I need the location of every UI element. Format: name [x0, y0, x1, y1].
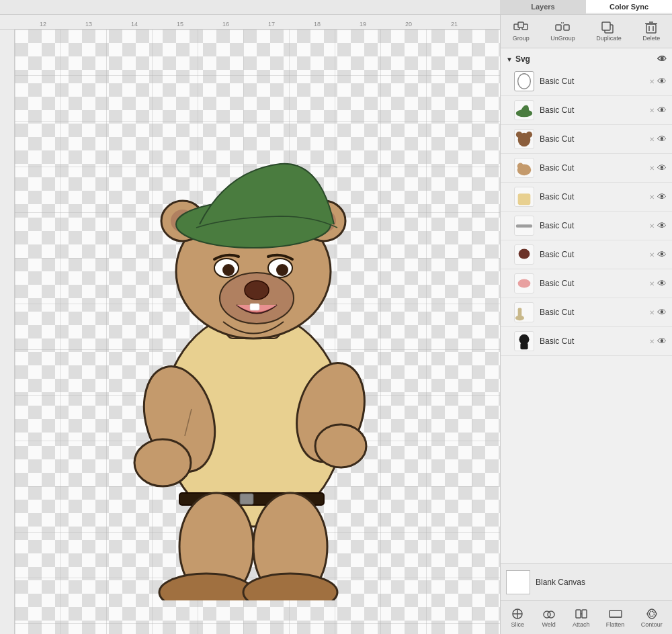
delete-button[interactable]: Delete	[638, 19, 664, 44]
svg-rect-28	[518, 22, 523, 28]
ruler-horizontal: 12 13 14 15 16 17 18 19 20 21	[0, 15, 500, 30]
svg-point-51	[519, 334, 530, 345]
group-button[interactable]: Group	[509, 19, 534, 44]
svg-eye-icon[interactable]: 👁	[657, 54, 667, 64]
layer-close-icon[interactable]: ✕	[649, 338, 655, 345]
layer-close-icon[interactable]: ✕	[649, 165, 655, 172]
blank-canvas-thumbnail	[506, 570, 530, 594]
layer-close-icon[interactable]: ✕	[649, 309, 655, 316]
bear-svg	[92, 90, 415, 600]
svg-point-5	[315, 424, 366, 467]
svg-point-41	[516, 132, 522, 138]
svg-rect-32	[602, 22, 610, 30]
layer-item[interactable]: Basic Cut ✕ 👁	[501, 96, 672, 125]
svg-point-38	[518, 74, 531, 89]
svg-point-42	[526, 132, 532, 138]
layer-thumbnail	[514, 302, 534, 322]
svg-rect-46	[516, 224, 532, 228]
svg-rect-2	[240, 494, 253, 504]
layer-eye-icon[interactable]: 👁	[657, 76, 667, 87]
contour-icon	[644, 608, 659, 620]
layer-eye-icon[interactable]: 👁	[657, 191, 667, 202]
layer-item[interactable]: Basic Cut ✕ 👁	[501, 298, 672, 327]
layer-thumbnail	[514, 216, 534, 236]
svg-point-47	[519, 249, 530, 259]
layer-close-icon[interactable]: ✕	[649, 78, 655, 85]
svg-rect-52	[520, 343, 528, 349]
layer-thumbnail	[514, 273, 534, 293]
layer-eye-icon[interactable]: 👁	[657, 220, 667, 231]
svg-group-header[interactable]: ▼ Svg 👁	[501, 51, 672, 67]
svg-rect-61	[610, 610, 622, 617]
layer-close-icon[interactable]: ✕	[649, 136, 655, 143]
layer-thumbnail	[514, 100, 534, 120]
layer-item[interactable]: Basic Cut ✕ 👁	[501, 269, 672, 298]
attach-button[interactable]: Attach	[569, 605, 594, 631]
top-bar: Layers Color Sync	[0, 0, 672, 15]
panel-toolbar: Group UnGroup	[501, 15, 672, 48]
layer-eye-icon[interactable]: 👁	[657, 336, 667, 347]
bottom-toolbar: Slice Weld	[501, 600, 672, 634]
layer-close-icon[interactable]: ✕	[649, 222, 655, 230]
layer-eye-icon[interactable]: 👁	[657, 163, 667, 173]
canvas-area[interactable]: 12 13 14 15 16 17 18 19 20 21	[0, 15, 500, 634]
layers-list[interactable]: ▼ Svg 👁 Basic Cut ✕ 👁	[501, 48, 672, 563]
layer-item[interactable]: Basic Cut ✕ 👁	[501, 125, 672, 154]
duplicate-icon	[601, 21, 616, 34]
layer-close-icon[interactable]: ✕	[649, 193, 655, 201]
svg-point-48	[518, 279, 531, 287]
layer-thumbnail	[514, 71, 534, 91]
svg-point-19	[245, 281, 269, 300]
layer-thumbnail	[514, 244, 534, 265]
layer-close-icon[interactable]: ✕	[649, 251, 655, 259]
layer-item[interactable]: Basic Cut ✕ 👁	[501, 67, 672, 96]
layer-eye-icon[interactable]: 👁	[657, 134, 667, 144]
svg-rect-45	[518, 193, 531, 205]
layer-item[interactable]: Basic Cut ✕ 👁	[501, 327, 672, 356]
svg-point-10	[243, 574, 337, 600]
svg-point-6	[134, 439, 191, 486]
svg-point-24	[276, 264, 288, 276]
flatten-button[interactable]: Flatten	[602, 605, 629, 631]
attach-icon	[574, 608, 589, 620]
tab-layers[interactable]: Layers	[500, 0, 586, 14]
svg-point-57	[548, 611, 554, 618]
blank-canvas-row[interactable]: Blank Canvas	[501, 563, 672, 600]
blank-canvas-label: Blank Canvas	[536, 578, 585, 587]
duplicate-button[interactable]: Duplicate	[592, 19, 626, 44]
svg-point-50	[515, 316, 524, 320]
layer-eye-icon[interactable]: 👁	[657, 105, 667, 116]
layer-eye-icon[interactable]: 👁	[657, 278, 667, 289]
slice-icon	[510, 608, 525, 620]
layer-close-icon[interactable]: ✕	[649, 280, 655, 287]
layer-item[interactable]: Basic Cut ✕ 👁	[501, 154, 672, 183]
grid-canvas[interactable]	[15, 30, 500, 634]
weld-icon	[542, 608, 556, 620]
layer-close-icon[interactable]: ✕	[649, 107, 655, 114]
layer-thumbnail	[514, 158, 534, 178]
layer-item[interactable]: Basic Cut ✕ 👁	[501, 212, 672, 240]
tab-group: Layers Color Sync	[500, 0, 672, 14]
group-icon	[513, 21, 528, 34]
flatten-icon	[608, 608, 623, 620]
svg-rect-58	[576, 610, 581, 618]
weld-button[interactable]: Weld	[538, 605, 560, 631]
svg-rect-20	[250, 304, 259, 310]
svg-rect-29	[556, 25, 561, 30]
slice-button[interactable]: Slice	[506, 605, 529, 631]
layer-thumbnail	[514, 187, 534, 207]
layer-item[interactable]: Basic Cut ✕ 👁	[501, 240, 672, 269]
layer-eye-icon[interactable]: 👁	[657, 307, 667, 318]
svg-point-23	[222, 264, 235, 276]
contour-button[interactable]: Contour	[637, 605, 667, 631]
ungroup-button[interactable]: UnGroup	[546, 19, 579, 44]
layer-item[interactable]: Basic Cut ✕ 👁	[501, 183, 672, 212]
layer-thumbnail	[514, 331, 534, 351]
tab-color-sync[interactable]: Color Sync	[586, 0, 672, 14]
svg-rect-59	[582, 610, 587, 618]
svg-rect-33	[646, 24, 656, 33]
svg-rect-30	[564, 25, 569, 30]
layer-eye-icon[interactable]: 👁	[657, 249, 667, 260]
svg-point-44	[517, 163, 523, 169]
right-panel: Group UnGroup	[500, 15, 672, 634]
